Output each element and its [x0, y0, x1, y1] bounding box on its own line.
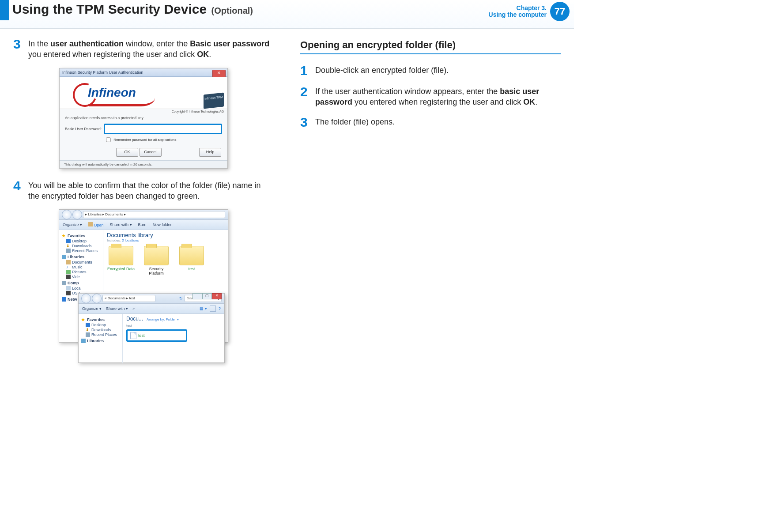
toolbar-more[interactable]: »: [132, 306, 135, 311]
auth-dialog: Infineon Security Platform User Authenti…: [59, 68, 228, 169]
computer-icon: [62, 281, 66, 285]
step-number: 1: [300, 64, 315, 77]
star-icon: ★: [62, 234, 66, 238]
nav-recent-places[interactable]: Recent Places: [86, 332, 121, 337]
t: .: [209, 50, 211, 59]
page-subtitle: (Optional): [211, 6, 253, 15]
nav-local-disk[interactable]: Loca: [66, 286, 101, 291]
right-column: Opening an encrypted folder (file) 1 Dou…: [287, 38, 561, 364]
toolbar-open[interactable]: Open: [88, 222, 104, 227]
breadcrumb[interactable]: ▸ Libraries ▸ Documents ▸: [83, 211, 225, 218]
nav-label: Favorites: [68, 234, 85, 238]
dialog-logo-area: Infineon Infineon TPM: [60, 77, 227, 109]
library-subtitle: test: [126, 324, 221, 328]
close-button[interactable]: ✕: [212, 293, 222, 299]
arrange-value: Folder ▾: [166, 317, 179, 321]
step-text: Double-click an encrypted folder (file).: [315, 64, 449, 77]
nav-downloads[interactable]: ⬇Downloads: [66, 244, 101, 248]
nav-label: Loca: [72, 286, 81, 291]
nav-libraries[interactable]: Libraries: [62, 255, 101, 259]
drive-icon: [66, 286, 71, 291]
folder-test[interactable]: test: [177, 246, 206, 275]
help-icon[interactable]: ?: [219, 306, 221, 311]
dialog-instruction: An application needs access to a protect…: [65, 116, 222, 120]
t: Basic user password: [190, 39, 269, 48]
remember-checkbox[interactable]: [106, 137, 110, 142]
close-button[interactable]: ✕: [212, 70, 226, 77]
toolbar-share[interactable]: Share with ▾: [110, 223, 132, 227]
ok-button[interactable]: OK: [116, 148, 138, 157]
desktop-icon: [66, 239, 71, 243]
open-folder-icon: [88, 222, 93, 226]
nav-documents[interactable]: Documents: [66, 260, 101, 264]
back-button[interactable]: [62, 210, 72, 219]
toolbar-burn[interactable]: Burn: [138, 223, 147, 227]
nav-music[interactable]: ♪Music: [66, 265, 101, 269]
nav-label: Downloads: [91, 328, 111, 332]
left-column: 3 In the user authentication window, ent…: [13, 38, 287, 364]
file-icon: [130, 332, 136, 339]
refresh-icon[interactable]: ↻: [179, 296, 183, 301]
nav-label: Recent Places: [91, 332, 117, 337]
folder-encrypted-data[interactable]: Encrypted Data: [107, 246, 135, 275]
library-sub-prefix: Includes:: [107, 238, 122, 242]
nav-label: Netw: [68, 297, 77, 302]
help-button[interactable]: Help: [199, 148, 221, 157]
forward-button[interactable]: [92, 294, 102, 303]
highlighted-file[interactable]: test: [126, 329, 187, 342]
step-number: 2: [300, 85, 315, 108]
t: OK: [197, 50, 209, 59]
maximize-button[interactable]: ▢: [202, 293, 212, 299]
nav-videos[interactable]: Vide: [66, 275, 101, 279]
library-locations-link[interactable]: 2 locations: [122, 238, 139, 242]
nav-downloads[interactable]: ⬇Downloads: [86, 328, 121, 332]
library-title: Documents library: [107, 232, 224, 238]
nav-favorites[interactable]: ★Favorites: [81, 317, 121, 322]
logo-swoosh-tail-icon: [89, 98, 155, 106]
nav-computer[interactable]: Comp: [62, 281, 101, 285]
step-4: 4 You will be able to confirm that the c…: [13, 179, 274, 202]
explorer-address-bar: ▸ Libraries ▸ Documents ▸: [59, 210, 228, 220]
page-header: Using the TPM Security Device (Optional)…: [0, 0, 574, 29]
breadcrumb[interactable]: « Documents ▸ test: [102, 295, 155, 302]
nav-pictures[interactable]: Pictures: [66, 270, 101, 274]
folder-security-platform[interactable]: Security Platform: [142, 246, 170, 275]
password-input[interactable]: [104, 124, 222, 134]
nav-label: Comp: [68, 281, 79, 285]
nav-desktop[interactable]: Desktop: [66, 239, 101, 243]
right-step-1: 1 Double-click an encrypted folder (file…: [300, 64, 561, 77]
minimize-button[interactable]: –: [192, 293, 202, 299]
forward-button[interactable]: [72, 210, 82, 219]
toolbar-new-folder[interactable]: New folder: [153, 223, 172, 227]
view-options-icon[interactable]: ▦ ▾: [200, 306, 207, 311]
nav-libraries[interactable]: Libraries: [81, 339, 121, 343]
cancel-button[interactable]: Cancel: [140, 148, 162, 157]
nav-label: Desktop: [91, 323, 106, 327]
chapter-label: Chapter 3. Using the computer: [489, 5, 547, 19]
step-text: In the user authentication window, enter…: [28, 38, 274, 60]
t: If the user authentication window appear…: [315, 87, 500, 96]
right-step-2: 2 If the user authentication window appe…: [300, 85, 561, 108]
dialog-title: Infineon Security Platform User Authenti…: [62, 70, 143, 75]
back-button[interactable]: [81, 294, 91, 303]
network-icon: [62, 297, 66, 302]
page-number-badge: 77: [550, 2, 570, 21]
folder-icon: [179, 246, 204, 265]
toolbar-organize[interactable]: Organize ▾: [63, 223, 82, 227]
explorer-address-bar: « Documents ▸ test ↻ Search test 🔍 – ▢: [79, 294, 224, 304]
toolbar-organize[interactable]: Organize ▾: [82, 306, 102, 311]
section-rule: [300, 53, 561, 54]
nav-favorites[interactable]: ★Favorites: [62, 234, 101, 238]
toolbar-share[interactable]: Share with ▾: [106, 306, 128, 311]
infineon-logo: Infineon: [73, 83, 166, 104]
chapter-line-2: Using the computer: [489, 11, 547, 18]
preview-pane-icon[interactable]: [210, 306, 216, 312]
arrange-by[interactable]: Arrange by: Folder ▾: [147, 317, 179, 321]
logo-text: Infineon: [88, 86, 136, 100]
nav-recent-places[interactable]: Recent Places: [66, 249, 101, 253]
password-label: Basic User Password:: [65, 127, 104, 131]
nav-desktop[interactable]: Desktop: [86, 323, 121, 327]
dialog-titlebar: Infineon Security Platform User Authenti…: [60, 68, 227, 77]
star-icon: ★: [81, 317, 86, 322]
desktop-icon: [86, 323, 90, 327]
